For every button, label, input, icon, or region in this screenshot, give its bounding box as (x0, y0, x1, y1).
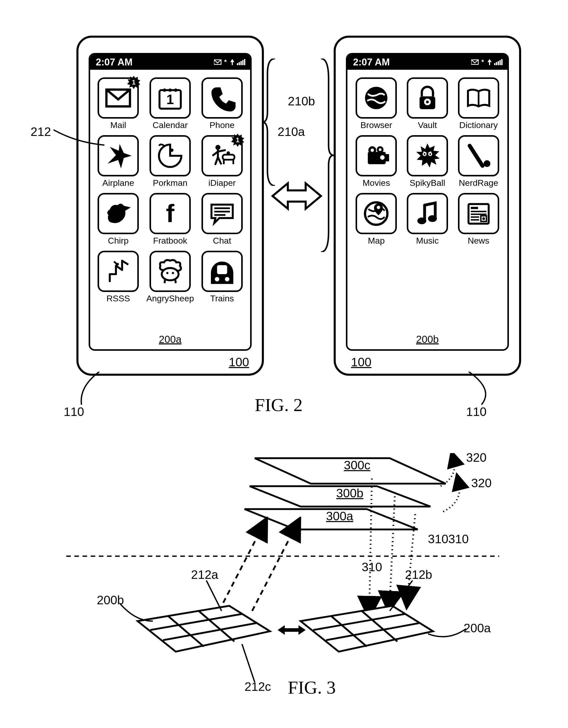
leader-212 (53, 127, 104, 150)
app-news[interactable]: News (456, 193, 501, 246)
svg-line-61 (369, 479, 372, 608)
svg-line-64 (206, 580, 221, 611)
app-label: News (468, 236, 489, 246)
phone-left-screen: 2:07 AM 1MailCalendarPhoneAirplanePorkma… (89, 53, 252, 351)
app-music[interactable]: Music (405, 193, 450, 246)
app-nerdrage[interactable]: NerdRage (456, 135, 501, 188)
mail-indicator-icon (471, 59, 479, 65)
fig3: 300c 300b 300a 320 320 310 310 3 (66, 448, 499, 703)
leader-110-left (76, 372, 102, 405)
leader-200b (120, 601, 153, 624)
browser-icon (356, 77, 397, 119)
calendar-icon (149, 77, 191, 119)
ref-310-1: 310 (362, 560, 382, 574)
trains-icon (201, 251, 243, 292)
ref-320-1: 320 (466, 451, 487, 465)
svg-line-66 (242, 644, 255, 682)
brace-210b (319, 59, 334, 252)
svg-line-65 (390, 580, 413, 611)
app-browser[interactable]: Browser (354, 77, 399, 130)
patent-figure-page: 2:07 AM 1MailCalendarPhoneAirplanePorkma… (0, 0, 568, 728)
notification-badge: 1 (230, 133, 245, 147)
brace-210a (262, 59, 277, 186)
ref-310-2: 310 (428, 532, 448, 546)
home-screen-grid-a: 1MailCalendarPhoneAirplanePorkman1iDiape… (90, 73, 250, 308)
status-bar: 2:07 AM (90, 54, 250, 70)
app-spikyball[interactable]: SpikyBall (405, 135, 450, 188)
app-fratbook[interactable]: Fratbook (146, 193, 194, 246)
app-movies[interactable]: Movies (354, 135, 399, 188)
app-calendar[interactable]: Calendar (146, 77, 194, 130)
home-screen-grid-b: BrowserVaultDictionaryMoviesSpikyBallNer… (348, 73, 507, 250)
signal-arrow-icon (488, 59, 492, 65)
app-label: Mail (110, 120, 126, 130)
notification-badge: 1 (127, 75, 141, 90)
app-dictionary[interactable]: Dictionary (456, 77, 501, 130)
news-icon (458, 193, 499, 234)
app-label: Airplane (102, 178, 134, 188)
app-vault[interactable]: Vault (405, 77, 450, 130)
app-rsss[interactable]: RSSS (97, 251, 139, 303)
ref-110-right: 110 (466, 405, 487, 419)
app-label: Chat (213, 236, 231, 246)
leader-110-right (466, 372, 497, 405)
ref-210a: 210a (277, 125, 305, 139)
app-porkman[interactable]: Porkman (146, 135, 194, 188)
ref-212a: 212a (191, 568, 218, 582)
dictionary-icon (458, 77, 499, 119)
status-time: 2:07 AM (353, 57, 390, 68)
ref-300c: 300c (344, 458, 370, 472)
leader-212b (387, 580, 415, 613)
leader-212a (204, 580, 224, 613)
app-chirp[interactable]: Chirp (97, 193, 139, 246)
vault-icon (407, 77, 448, 119)
grids-swap-arrow-icon (277, 624, 306, 636)
app-idiaper[interactable]: 1iDiaper (201, 135, 243, 188)
asterisk-icon (481, 59, 485, 65)
phone-icon (201, 77, 243, 119)
app-label: Trains (210, 293, 234, 303)
rsss-icon (97, 251, 139, 292)
ref-200b: 200b (416, 334, 439, 345)
app-phone[interactable]: Phone (201, 77, 243, 130)
status-right-icons (214, 59, 245, 65)
app-label: RSSS (106, 293, 130, 303)
app-label: Chirp (108, 236, 129, 246)
signal-arrow-icon (230, 59, 234, 65)
ref-212b: 212b (405, 568, 432, 582)
idiaper-icon: 1 (201, 135, 243, 176)
status-bar: 2:07 AM (348, 54, 507, 70)
ref-320-2: 320 (471, 476, 492, 490)
asterisk-icon (224, 59, 228, 65)
app-label: AngrySheep (146, 293, 194, 303)
phone-left: 2:07 AM 1MailCalendarPhoneAirplanePorkma… (76, 36, 264, 376)
nerdrage-icon (458, 135, 499, 176)
status-right-icons (471, 59, 503, 65)
chat-icon (201, 193, 243, 234)
app-label: NerdRage (459, 178, 498, 188)
ref-200a: 200a (159, 334, 182, 345)
phone-right: 2:07 AM BrowserVaultDictionaryMoviesSpik… (334, 36, 521, 376)
leader-200a (428, 626, 466, 641)
svg-text:1: 1 (236, 136, 239, 144)
leader-212c (239, 644, 260, 682)
mail-indicator-icon (214, 59, 221, 65)
app-chat[interactable]: Chat (201, 193, 243, 246)
fig2-label: FIG. 2 (255, 395, 303, 416)
ref-110-left: 110 (64, 405, 84, 419)
app-angrysheep[interactable]: AngrySheep (146, 251, 194, 303)
app-label: Dictionary (459, 120, 498, 130)
app-label: Calendar (152, 120, 188, 130)
app-label: Phone (210, 120, 234, 130)
app-label: Vault (418, 120, 437, 130)
grid-right (291, 591, 443, 657)
app-mail[interactable]: 1Mail (97, 77, 139, 130)
ref-100-left: 100 (229, 355, 249, 369)
app-trains[interactable]: Trains (201, 251, 243, 303)
signal-bars-icon (237, 59, 245, 65)
chirp-icon (97, 193, 139, 234)
app-map[interactable]: Map (354, 193, 399, 246)
app-label: Map (368, 236, 385, 246)
movies-icon (356, 135, 397, 176)
app-label: Porkman (153, 178, 187, 188)
